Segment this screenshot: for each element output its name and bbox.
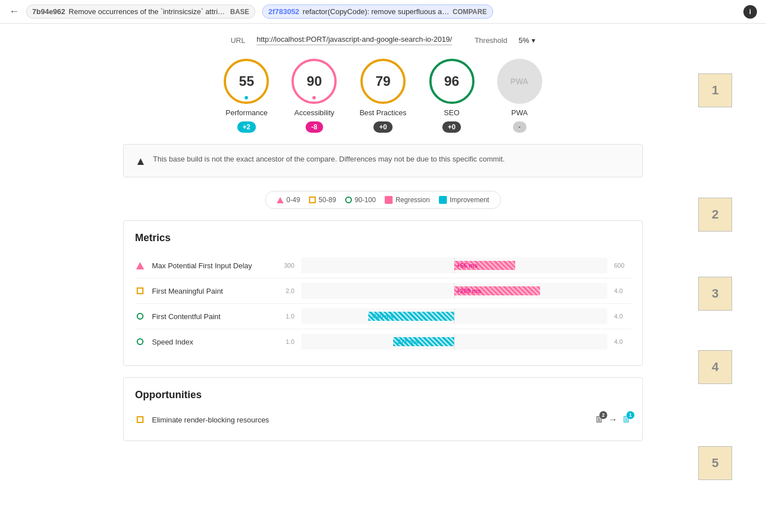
warning-box: ▲ This base build is not the exact ances… <box>123 144 643 177</box>
compare-commit-label: COMPARE <box>452 8 486 16</box>
legend-item-range-50-89: 50-89 <box>309 196 336 204</box>
score-badge-accessibility: -8 <box>306 121 323 133</box>
circle-indicator-pink <box>312 96 316 99</box>
metric-bar-area-first-contentful-paint: -440 ms <box>301 308 607 324</box>
warning-triangle-icon: ▲ <box>135 155 146 168</box>
score-item-pwa: PWA PWA - <box>497 59 542 133</box>
url-threshold-row: URL http://localhost:PORT/javascript-and… <box>123 35 643 45</box>
main-content: URL http://localhost:PORT/javascript-and… <box>101 24 665 464</box>
metric-row-first-contentful-paint: First Contentful Paint 1.0 -440 ms 4.0 <box>135 304 631 329</box>
warning-text: This base build is not the exact ancesto… <box>153 154 505 165</box>
metric-bar-first-contentful-paint: -440 ms <box>368 312 454 321</box>
metric-bar-speed-index: -271 ms <box>393 337 454 346</box>
annotation-5: 5 <box>698 446 732 464</box>
metric-bar-area-max-potential-fid: +56 ms <box>301 258 607 273</box>
legend-row: 0-4950-8990-100RegressionImprovement <box>265 191 501 209</box>
legend-triangle-icon <box>277 197 284 203</box>
score-badge-performance: +2 <box>237 121 256 133</box>
metric-row-max-potential-fid: Max Potential First Input Delay 300 +56 … <box>135 253 631 278</box>
opp-arrow-icon: → <box>608 415 617 425</box>
metric-scale-end-speed-index: 4.0 <box>614 338 631 345</box>
metric-bar-label-first-meaningful-paint: +209 ms <box>454 287 484 294</box>
metric-name-first-meaningful-paint: First Meaningful Paint <box>152 287 271 295</box>
threshold-dropdown[interactable]: 5% ▾ <box>519 36 536 45</box>
url-value: http://localhost:PORT/javascript-and-goo… <box>256 35 452 45</box>
scores-row: 55 Performance +2 90 Accessibility -8 79… <box>123 59 643 133</box>
legend-label-regression: Regression <box>395 196 430 204</box>
metric-icon-first-meaningful-paint <box>135 287 145 294</box>
metric-scale-end-first-contentful-paint: 4.0 <box>614 313 631 320</box>
base-commit-label: BASE <box>230 8 249 16</box>
info-button[interactable]: i <box>743 5 757 19</box>
score-circle-accessibility: 90 <box>291 59 337 104</box>
compare-commit-hash: 2f783052 <box>268 7 299 16</box>
score-item-seo: 96 SEO +0 <box>429 59 475 133</box>
opp-base-badge: 2 <box>599 411 607 419</box>
annotation-2: 2 <box>698 198 732 232</box>
metrics-rows: Max Potential First Input Delay 300 +56 … <box>135 253 631 354</box>
metric-bar-label-first-contentful-paint: -440 ms <box>368 313 396 320</box>
metric-row-speed-index: Speed Index 1.0 -271 ms 4.0 <box>135 329 631 354</box>
metric-bar-max-potential-fid: +56 ms <box>454 261 515 270</box>
metric-icon-speed-index <box>135 338 145 345</box>
score-badge-seo: +0 <box>442 121 462 133</box>
legend-circle-green-icon <box>345 197 352 203</box>
legend-label-range-50-89: 50-89 <box>319 196 336 204</box>
threshold-label: Threshold <box>475 36 507 45</box>
metric-bar-label-speed-index: -271 ms <box>393 338 421 345</box>
opp-icon-eliminate-render-blocking <box>135 416 145 423</box>
score-circle-best-practices: 79 <box>360 59 406 104</box>
base-commit-hash: 7b94e962 <box>32 7 66 16</box>
circle-indicator-teal <box>245 96 248 99</box>
score-item-accessibility: 90 Accessibility -8 <box>291 59 337 133</box>
score-label-seo: SEO <box>444 108 459 117</box>
metric-bar-area-speed-index: -271 ms <box>301 334 607 350</box>
score-circle-performance: 55 <box>224 59 269 104</box>
legend-improvement-icon <box>439 196 447 204</box>
score-label-accessibility: Accessibility <box>294 108 334 117</box>
score-badge-pwa: - <box>513 121 526 133</box>
opp-base-icon-wrap: 🗎 2 <box>595 415 604 425</box>
base-commit-pill[interactable]: 7b94e962 Remove occurrences of the `intr… <box>26 5 255 19</box>
legend-regression-icon <box>385 196 393 204</box>
metric-icon-max-potential-fid <box>135 262 145 269</box>
url-label: URL <box>230 36 245 45</box>
annotation-4: 4 <box>698 350 732 384</box>
opp-compare-icon-wrap: 🗎 1 <box>622 415 631 425</box>
metric-row-first-meaningful-paint: First Meaningful Paint 2.0 +209 ms 4.0 <box>135 278 631 304</box>
metric-name-speed-index: Speed Index <box>152 338 271 346</box>
score-label-performance: Performance <box>225 108 267 117</box>
metric-name-max-potential-fid: Max Potential First Input Delay <box>152 261 271 270</box>
legend-item-range-0-49: 0-49 <box>277 196 300 204</box>
score-badge-best-practices: +0 <box>373 121 393 133</box>
legend-item-regression: Regression <box>385 196 430 204</box>
opportunities-section: Opportunities Eliminate render-blocking … <box>123 377 643 441</box>
metric-icon-first-contentful-paint <box>135 313 145 320</box>
score-label-best-practices: Best Practices <box>359 108 406 117</box>
metric-midline-speed-index <box>454 334 455 350</box>
opp-compare-badge: 1 <box>626 411 634 419</box>
annotation-3: 3 <box>698 277 732 311</box>
opp-rows: Eliminate render-blocking resources 🗎 2 … <box>135 410 631 429</box>
score-circle-pwa: PWA <box>497 59 542 104</box>
annotation-1: 1 <box>698 73 732 107</box>
back-button[interactable]: ← <box>9 6 19 18</box>
legend-label-range-0-49: 0-49 <box>286 196 300 204</box>
score-item-performance: 55 Performance +2 <box>224 59 269 133</box>
opp-row-eliminate-render-blocking: Eliminate render-blocking resources 🗎 2 … <box>135 410 631 429</box>
metrics-title: Metrics <box>135 232 631 244</box>
legend-item-range-90-100: 90-100 <box>345 196 376 204</box>
metric-bar-area-first-meaningful-paint: +209 ms <box>301 283 607 299</box>
compare-commit-message: refactor(CopyCode): remove superfluous a… <box>303 7 449 16</box>
metric-scale-start-first-meaningful-paint: 2.0 <box>277 287 294 294</box>
top-bar: ← 7b94e962 Remove occurrences of the `in… <box>0 0 766 24</box>
metrics-section: Metrics Max Potential First Input Delay … <box>123 220 643 366</box>
opportunities-title: Opportunities <box>135 389 631 401</box>
base-commit-message: Remove occurrences of the `intrinsicsize… <box>69 7 227 16</box>
threshold-value-text: 5% <box>519 36 529 45</box>
legend-square-orange-icon <box>309 197 316 203</box>
metric-midline-first-contentful-paint <box>454 308 455 324</box>
opp-name-eliminate-render-blocking: Eliminate render-blocking resources <box>152 416 588 424</box>
score-item-best-practices: 79 Best Practices +0 <box>359 59 406 133</box>
compare-commit-pill[interactable]: 2f783052 refactor(CopyCode): remove supe… <box>262 5 493 19</box>
